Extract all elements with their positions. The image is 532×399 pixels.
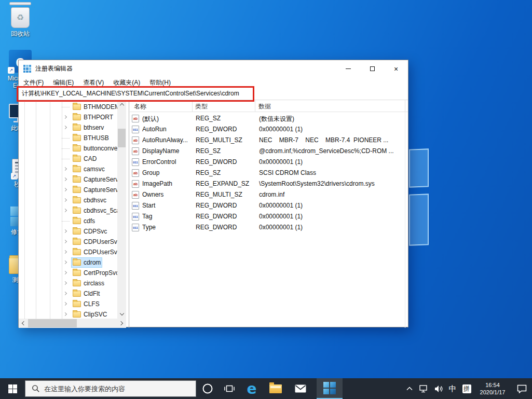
expand-arrow-icon[interactable] — [63, 312, 67, 316]
value-data: \SystemRoot\System32\drivers\cdrom.sys — [259, 180, 406, 187]
registry-value-row[interactable]: 011TypeREG_DWORD0x00000001 (1) — [130, 222, 408, 233]
tree-horizontal-scrollbar[interactable] — [19, 319, 126, 328]
tray-chevron-button[interactable] — [402, 378, 417, 399]
menu-favorites[interactable]: 收藏夹(A) — [108, 78, 145, 87]
value-type: REG_MULTI_SZ — [196, 191, 255, 198]
expand-arrow-icon[interactable] — [63, 240, 67, 243]
menu-edit[interactable]: 编辑(E) — [48, 78, 78, 87]
tree-item-bthserv[interactable]: bthserv — [19, 122, 117, 133]
folder-icon — [73, 249, 81, 255]
registry-value-row[interactable]: abOwnersREG_MULTI_SZcdrom.inf — [130, 189, 408, 200]
expand-arrow-icon[interactable] — [63, 250, 67, 254]
folder-icon — [73, 145, 81, 152]
column-separator[interactable] — [192, 100, 193, 112]
expand-arrow-icon[interactable] — [63, 198, 67, 202]
ime-pinyin-indicator[interactable]: 拼 — [459, 378, 474, 399]
column-separator[interactable] — [405, 100, 405, 112]
tree-item-CLFS[interactable]: CLFS — [19, 299, 117, 309]
tree-vertical-scrollbar[interactable] — [117, 100, 126, 319]
tree-item-CDPSvc[interactable]: CDPSvc — [19, 226, 117, 237]
registry-value-row[interactable]: 011TagREG_DWORD0x00000001 (1) — [130, 211, 408, 222]
expand-arrow-icon[interactable] — [63, 271, 67, 274]
ime-mode-indicator[interactable]: 中 — [446, 378, 459, 399]
expand-arrow-icon[interactable] — [63, 209, 67, 212]
desktop-icon-recycle-bin[interactable]: ♻ 回收站 — [3, 2, 37, 37]
tree-item-label: CDPUserSvc — [84, 238, 120, 245]
scroll-down-icon[interactable] — [117, 310, 126, 319]
title-bar[interactable]: 注册表编辑器 × — [19, 60, 408, 77]
registry-value-row[interactable]: abImagePathREG_EXPAND_SZ\SystemRoot\Syst… — [130, 178, 408, 189]
address-bar[interactable]: 计算机\HKEY_LOCAL_MACHINE\SYSTEM\CurrentCon… — [19, 88, 408, 100]
taskbar-explorer-button[interactable] — [264, 378, 288, 399]
expand-arrow-icon[interactable] — [63, 126, 67, 129]
minimize-button[interactable] — [336, 60, 360, 77]
value-type: REG_DWORD — [196, 158, 255, 166]
expand-arrow-icon[interactable] — [63, 177, 67, 181]
menu-file[interactable]: 文件(F) — [19, 78, 48, 87]
folder-icon — [73, 187, 81, 193]
registry-value-row[interactable]: ab(默认)REG_SZ(数值未设置) — [130, 113, 408, 124]
taskbar-mail-button[interactable] — [289, 378, 312, 399]
expand-arrow-icon[interactable] — [63, 229, 67, 233]
tree-item-cdfs[interactable]: cdfs — [19, 216, 117, 226]
expand-arrow-icon[interactable] — [63, 188, 67, 191]
tree-item-cbdhsvc_5ca[interactable]: cbdhsvc_5ca — [19, 205, 117, 216]
folder-icon — [73, 280, 81, 286]
registry-value-row[interactable]: 011ErrorControlREG_DWORD0x00000001 (1) — [130, 157, 408, 168]
tree-item-CaptureServ[interactable]: CaptureServ — [19, 185, 117, 195]
menu-view[interactable]: 查看(V) — [78, 78, 108, 87]
tree-item-CDPUserSvc[interactable]: CDPUserSvc — [19, 237, 117, 247]
column-header-name[interactable]: 名称 — [134, 102, 146, 111]
panel-splitter[interactable] — [129, 100, 129, 328]
expand-arrow-icon[interactable] — [63, 260, 67, 264]
tray-volume-button[interactable] — [431, 378, 446, 399]
registry-value-row[interactable]: abDisplayNameREG_SZ@cdrom.inf,%cdrom_Ser… — [130, 146, 408, 157]
scrollbar-thumb[interactable] — [28, 319, 77, 327]
scroll-right-icon[interactable] — [117, 319, 126, 327]
tree-item-cbdhsvc[interactable]: cbdhsvc — [19, 195, 117, 205]
scrollbar-thumb[interactable] — [118, 129, 126, 147]
taskbar-clock[interactable]: 16:54 2020/1/17 — [474, 378, 511, 399]
tree-item-BTHMODEM[interactable]: BTHMODEM — [19, 102, 117, 112]
search-input[interactable] — [44, 385, 184, 393]
expand-arrow-icon[interactable] — [63, 302, 67, 306]
tree-item-CAD[interactable]: CAD — [19, 154, 117, 164]
scroll-left-icon[interactable] — [19, 319, 28, 327]
tray-network-button[interactable] — [417, 378, 431, 399]
tree-item-ClipSVC[interactable]: ClipSVC — [19, 309, 117, 320]
action-center-button[interactable] — [511, 378, 532, 399]
taskbar-edge-button[interactable]: e — [240, 378, 264, 399]
tree-item-CaptureServ[interactable]: CaptureServ — [19, 174, 117, 185]
taskbar-search[interactable] — [25, 380, 196, 397]
tree-item-BTHPORT[interactable]: BTHPORT — [19, 112, 117, 122]
tree-item-circlass[interactable]: circlass — [19, 278, 117, 288]
expand-arrow-icon[interactable] — [63, 115, 67, 119]
tree-item-camsvc[interactable]: camsvc — [19, 164, 117, 174]
tree-item-buttonconve[interactable]: buttonconve — [19, 143, 117, 154]
registry-value-row[interactable]: 011AutoRunREG_DWORD0x00000001 (1) — [130, 124, 408, 135]
tree-item-BTHUSB[interactable]: BTHUSB — [19, 133, 117, 143]
expand-arrow-icon[interactable] — [63, 281, 67, 285]
cortana-button[interactable] — [196, 378, 219, 399]
taskbar-regedit-button-active[interactable] — [317, 378, 343, 399]
column-header-type[interactable]: 类型 — [195, 102, 208, 111]
maximize-button[interactable] — [360, 60, 384, 77]
menu-help[interactable]: 帮助(H) — [145, 78, 175, 87]
registry-value-row[interactable]: abAutoRunAlway...REG_MULTI_SZNEC MBR-7 N… — [130, 135, 408, 146]
expand-arrow-icon[interactable] — [63, 167, 67, 171]
tree-item-CertPropSvc[interactable]: CertPropSvc — [19, 268, 117, 278]
column-header-data[interactable]: 数据 — [258, 102, 271, 111]
reg-string-icon: ab — [132, 136, 139, 144]
registry-value-row[interactable]: 011StartREG_DWORD0x00000001 (1) — [130, 200, 408, 211]
tree-item-CDPUserSvc[interactable]: CDPUserSvc — [19, 247, 117, 257]
column-separator[interactable] — [255, 100, 255, 112]
close-button[interactable]: × — [384, 60, 408, 77]
value-name: ErrorControl — [142, 158, 193, 166]
tree-item-cdrom[interactable]: cdrom — [19, 257, 117, 268]
registry-value-row[interactable]: abGroupREG_SZSCSI CDROM Class — [130, 168, 408, 178]
task-view-button[interactable] — [219, 378, 240, 399]
start-button[interactable] — [0, 378, 25, 399]
expand-arrow-icon[interactable] — [63, 292, 67, 295]
tree-item-CldFlt[interactable]: CldFlt — [19, 288, 117, 299]
scroll-up-icon[interactable] — [117, 100, 126, 109]
